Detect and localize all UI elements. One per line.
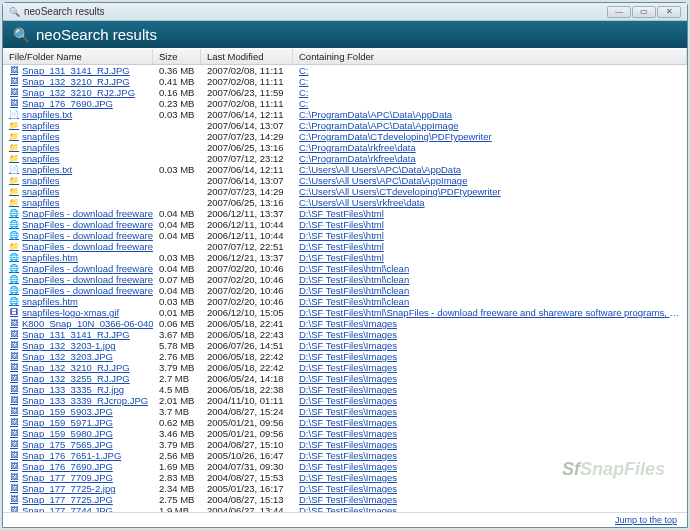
file-name-cell[interactable]: 🖼Snap_131_3141_RJ.JPG xyxy=(3,65,153,76)
file-name-cell[interactable]: 🖼Snap_132_3203.JPG xyxy=(3,351,153,362)
folder-cell[interactable]: C:\ProgramData\APC\Data\AppImage xyxy=(293,120,687,131)
folder-cell[interactable]: D:\SF TestFiles\html xyxy=(293,230,687,241)
file-name-cell[interactable]: 🌐snapfiles.htm xyxy=(3,296,153,307)
table-row[interactable]: 🌐SnapFiles - download freeware and s...0… xyxy=(3,230,687,241)
file-name-cell[interactable]: 📁snapfiles xyxy=(3,186,153,197)
table-row[interactable]: 🖼Snap_133_3335_RJ.jpg4.5 MB2006/05/18, 2… xyxy=(3,384,687,395)
file-name-cell[interactable]: 🖼Snap_132_3255_RJ.JPG xyxy=(3,373,153,384)
folder-cell[interactable]: C: xyxy=(293,76,687,87)
close-button[interactable]: ✕ xyxy=(657,6,681,18)
file-name-cell[interactable]: 🖼Snap_159_5980.JPG xyxy=(3,428,153,439)
folder-cell[interactable]: D:\SF TestFiles\Images xyxy=(293,461,687,472)
file-name-cell[interactable]: 🌐SnapFiles - download freeware and s... xyxy=(3,230,153,241)
file-name-cell[interactable]: 🖼K800_Snap_10N_0366-06-0402.JPG xyxy=(3,318,153,329)
file-name-cell[interactable]: 🖼Snap_177_7744.JPG xyxy=(3,505,153,512)
table-row[interactable]: 🖼Snap_176_7651-1.JPG2.56 MB2005/10/26, 1… xyxy=(3,450,687,461)
file-name-cell[interactable]: 📁snapfiles xyxy=(3,197,153,208)
folder-cell[interactable]: C:\ProgramData\CTdeveloping\PDFtypewrite… xyxy=(293,131,687,142)
file-name-cell[interactable]: 🖼Snap_176_7690.JPG xyxy=(3,461,153,472)
file-name-cell[interactable]: 🖼Snap_159_5903.JPG xyxy=(3,406,153,417)
folder-cell[interactable]: D:\SF TestFiles\Images xyxy=(293,395,687,406)
table-row[interactable]: 🖼Snap_177_7725-2.jpg2.34 MB2005/01/23, 1… xyxy=(3,483,687,494)
table-row[interactable]: 📄snapfiles.txt0.03 MB2007/06/14, 12:11C:… xyxy=(3,164,687,175)
table-row[interactable]: 🖼Snap_132_3210_RJ2.JPG0.16 MB2007/06/23,… xyxy=(3,87,687,98)
folder-cell[interactable]: D:\SF TestFiles\Images xyxy=(293,483,687,494)
table-row[interactable]: 🎞snapfiles-logo-xmas.gif0.01 MB2006/12/1… xyxy=(3,307,687,318)
table-row[interactable]: 📁snapfiles2007/06/25, 13:16C:\Users\All … xyxy=(3,197,687,208)
table-row[interactable]: 🖼Snap_176_7690.JPG0.23 MB2007/02/08, 11:… xyxy=(3,98,687,109)
table-row[interactable]: 📁snapfiles2007/06/25, 13:16C:\ProgramDat… xyxy=(3,142,687,153)
file-name-cell[interactable]: 🌐SnapFiles - download freeware and s... xyxy=(3,274,153,285)
folder-cell[interactable]: D:\SF TestFiles\Images xyxy=(293,351,687,362)
maximize-button[interactable]: ▭ xyxy=(632,6,656,18)
file-name-cell[interactable]: 📁snapfiles xyxy=(3,153,153,164)
file-name-cell[interactable]: 🖼Snap_176_7690.JPG xyxy=(3,98,153,109)
folder-cell[interactable]: C: xyxy=(293,98,687,109)
folder-cell[interactable]: D:\SF TestFiles\Images xyxy=(293,340,687,351)
folder-cell[interactable]: C:\Users\All Users\APC\Data\AppData xyxy=(293,164,687,175)
table-row[interactable]: 🖼Snap_131_3141_RJ.JPG0.36 MB2007/02/08, … xyxy=(3,65,687,76)
table-row[interactable]: 🖼Snap_177_7725.JPG2.75 MB2004/08/27, 15:… xyxy=(3,494,687,505)
col-name[interactable]: File/Folder Name xyxy=(3,49,153,64)
folder-cell[interactable]: D:\SF TestFiles\html\clean xyxy=(293,263,687,274)
file-name-cell[interactable]: 🖼Snap_132_3210_RJ.JPG xyxy=(3,76,153,87)
folder-cell[interactable]: D:\SF TestFiles\Images xyxy=(293,362,687,373)
file-name-cell[interactable]: 🖼Snap_177_7725-2.jpg xyxy=(3,483,153,494)
file-name-cell[interactable]: 🖼Snap_132_3210_RJ.JPG xyxy=(3,362,153,373)
file-name-cell[interactable]: 📁snapfiles xyxy=(3,120,153,131)
folder-cell[interactable]: C:\ProgramData\rkfree\data xyxy=(293,142,687,153)
folder-cell[interactable]: D:\SF TestFiles\Images xyxy=(293,318,687,329)
table-row[interactable]: 🖼Snap_131_3141_RJ.JPG3.67 MB2006/05/18, … xyxy=(3,329,687,340)
file-name-cell[interactable]: 🌐SnapFiles - download freeware and s... xyxy=(3,263,153,274)
folder-cell[interactable]: D:\SF TestFiles\Images xyxy=(293,472,687,483)
file-name-cell[interactable]: 🎞snapfiles-logo-xmas.gif xyxy=(3,307,153,318)
table-row[interactable]: 📁snapfiles2007/06/14, 13:07C:\ProgramDat… xyxy=(3,120,687,131)
file-name-cell[interactable]: 📁snapfiles xyxy=(3,142,153,153)
folder-cell[interactable]: D:\SF TestFiles\html\clean xyxy=(293,285,687,296)
file-name-cell[interactable]: 📁SnapFiles - download freeware and s... xyxy=(3,241,153,252)
results-list[interactable]: 🖼Snap_131_3141_RJ.JPG0.36 MB2007/02/08, … xyxy=(3,65,687,512)
file-name-cell[interactable]: 🖼Snap_133_3335_RJ.jpg xyxy=(3,384,153,395)
file-name-cell[interactable]: 🖼Snap_132_3210_RJ2.JPG xyxy=(3,87,153,98)
titlebar[interactable]: 🔍 neoSearch results — ▭ ✕ xyxy=(3,3,687,21)
folder-cell[interactable]: D:\SF TestFiles\html\clean xyxy=(293,274,687,285)
folder-cell[interactable]: D:\SF TestFiles\html\clean xyxy=(293,296,687,307)
folder-cell[interactable]: D:\SF TestFiles\Images xyxy=(293,417,687,428)
table-row[interactable]: 🖼Snap_176_7690.JPG1.69 MB2004/07/31, 09:… xyxy=(3,461,687,472)
folder-cell[interactable]: D:\SF TestFiles\Images xyxy=(293,329,687,340)
col-size[interactable]: Size xyxy=(153,49,201,64)
folder-cell[interactable]: D:\SF TestFiles\html xyxy=(293,219,687,230)
table-row[interactable]: 📄snapfiles.txt0.03 MB2007/06/14, 12:11C:… xyxy=(3,109,687,120)
table-row[interactable]: 📁SnapFiles - download freeware and s...2… xyxy=(3,241,687,252)
table-row[interactable]: 📁snapfiles2007/06/14, 13:07C:\Users\All … xyxy=(3,175,687,186)
folder-cell[interactable]: C:\ProgramData\rkfree\data xyxy=(293,153,687,164)
folder-cell[interactable]: D:\SF TestFiles\Images xyxy=(293,406,687,417)
file-name-cell[interactable]: 🖼Snap_177_7709.JPG xyxy=(3,472,153,483)
file-name-cell[interactable]: 🖼Snap_159_5971.JPG xyxy=(3,417,153,428)
table-row[interactable]: 🖼Snap_132_3255_RJ.JPG2.7 MB2006/05/24, 1… xyxy=(3,373,687,384)
table-row[interactable]: 🖼Snap_132_3203.JPG2.76 MB2006/05/18, 22:… xyxy=(3,351,687,362)
table-row[interactable]: 🌐SnapFiles - download freeware and s...0… xyxy=(3,274,687,285)
folder-cell[interactable]: D:\SF TestFiles\Images xyxy=(293,373,687,384)
col-folder[interactable]: Containing Folder xyxy=(293,49,687,64)
file-name-cell[interactable]: 🖼Snap_177_7725.JPG xyxy=(3,494,153,505)
folder-cell[interactable]: D:\SF TestFiles\Images xyxy=(293,505,687,512)
folder-cell[interactable]: D:\SF TestFiles\Images xyxy=(293,450,687,461)
table-row[interactable]: 🖼Snap_132_3210_RJ.JPG3.79 MB2006/05/18, … xyxy=(3,362,687,373)
folder-cell[interactable]: D:\SF TestFiles\html xyxy=(293,208,687,219)
table-row[interactable]: 📁snapfiles2007/07/12, 23:12C:\ProgramDat… xyxy=(3,153,687,164)
folder-cell[interactable]: D:\SF TestFiles\Images xyxy=(293,439,687,450)
table-row[interactable]: 🖼Snap_159_5971.JPG0.62 MB2005/01/21, 09:… xyxy=(3,417,687,428)
folder-cell[interactable]: C:\ProgramData\APC\Data\AppData xyxy=(293,109,687,120)
table-row[interactable]: 🖼Snap_159_5903.JPG3.7 MB2004/08/27, 15:2… xyxy=(3,406,687,417)
table-row[interactable]: 🖼Snap_132_3203-1.jpg5.78 MB2006/07/26, 1… xyxy=(3,340,687,351)
col-modified[interactable]: Last Modified xyxy=(201,49,293,64)
file-name-cell[interactable]: 🖼Snap_175_7565.JPG xyxy=(3,439,153,450)
jump-to-top-link[interactable]: Jump to the top xyxy=(615,515,677,525)
file-name-cell[interactable]: 🌐snapfiles.htm xyxy=(3,252,153,263)
file-name-cell[interactable]: 📄snapfiles.txt xyxy=(3,164,153,175)
table-row[interactable]: 🌐SnapFiles - download freeware and s...0… xyxy=(3,208,687,219)
folder-cell[interactable]: D:\SF TestFiles\html xyxy=(293,241,687,252)
table-row[interactable]: 🌐snapfiles.htm0.03 MB2007/02/20, 10:46D:… xyxy=(3,296,687,307)
table-row[interactable]: 🌐snapfiles.htm0.03 MB2006/12/21, 13:37D:… xyxy=(3,252,687,263)
